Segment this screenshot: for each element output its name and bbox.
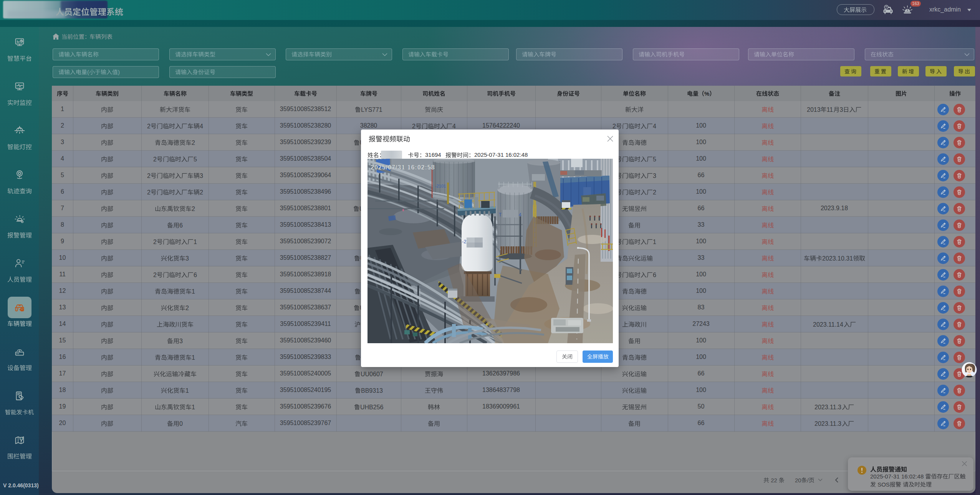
svg-text:3: 3	[185, 255, 189, 262]
svg-text:3: 3	[653, 173, 656, 179]
svg-text:2: 2	[147, 189, 151, 196]
svg-text:2023.11.3: 2023.11.3	[814, 420, 841, 427]
svg-text:1: 1	[193, 239, 197, 245]
svg-text:1: 1	[192, 404, 195, 410]
svg-text:2: 2	[199, 189, 203, 196]
svg-text:4: 4	[199, 123, 203, 130]
svg-text:2: 2	[147, 173, 151, 179]
svg-text:1: 1	[192, 354, 195, 361]
svg-text:BB9313: BB9313	[361, 387, 383, 394]
svg-text:1: 1	[185, 387, 189, 394]
svg-text:UU0607: UU0607	[361, 371, 383, 377]
svg-text:6: 6	[193, 272, 197, 278]
svg-text:SOS: SOS	[876, 481, 890, 488]
svg-text:): )	[118, 69, 120, 75]
svg-text:2013: 2013	[807, 106, 821, 113]
svg-text:3: 3	[199, 173, 203, 179]
svg-text:2023.11.14: 2023.11.14	[813, 321, 843, 328]
svg-text:2025/07/31 16:02:58: 2025/07/31 16:02:58	[371, 164, 435, 171]
svg-text:2023.10.31: 2023.10.31	[822, 255, 853, 262]
svg-text:20: 20	[795, 477, 801, 483]
svg-text:3: 3	[179, 338, 183, 344]
svg-text:3: 3	[840, 106, 843, 113]
svg-text:V 2.0.46(0313): V 2.0.46(0313)	[3, 482, 39, 488]
svg-text:6: 6	[653, 272, 656, 278]
svg-text:2023.11.3: 2023.11.3	[814, 404, 841, 410]
svg-text:2: 2	[612, 123, 616, 130]
svg-text:2025-07-31 16:02:48: 2025-07-31 16:02:48	[870, 473, 925, 480]
svg-text:UHB256: UHB256	[360, 404, 384, 410]
svg-text:6: 6	[179, 222, 183, 229]
svg-text:1: 1	[653, 239, 656, 245]
svg-text:2: 2	[153, 239, 157, 245]
svg-text:2: 2	[185, 305, 189, 311]
svg-text:22: 22	[769, 477, 779, 483]
svg-text:2: 2	[192, 140, 195, 146]
svg-text:0: 0	[179, 420, 183, 427]
svg-text:5: 5	[193, 156, 197, 163]
svg-text:5: 5	[653, 156, 656, 163]
svg-text:1: 1	[192, 288, 195, 295]
svg-text:2: 2	[147, 123, 151, 130]
svg-text:2: 2	[192, 206, 195, 212]
svg-text:2: 2	[412, 123, 416, 130]
svg-text:/: /	[807, 477, 809, 483]
svg-text:11: 11	[827, 106, 833, 113]
svg-text:2: 2	[153, 272, 157, 278]
svg-text:4: 4	[452, 123, 456, 130]
svg-text:2: 2	[153, 156, 157, 163]
svg-text:%: %	[704, 90, 709, 97]
svg-text:2: 2	[653, 189, 656, 196]
svg-text:(: (	[87, 69, 89, 75]
svg-text:LYS771: LYS771	[361, 106, 382, 113]
svg-text:4: 4	[653, 123, 656, 130]
